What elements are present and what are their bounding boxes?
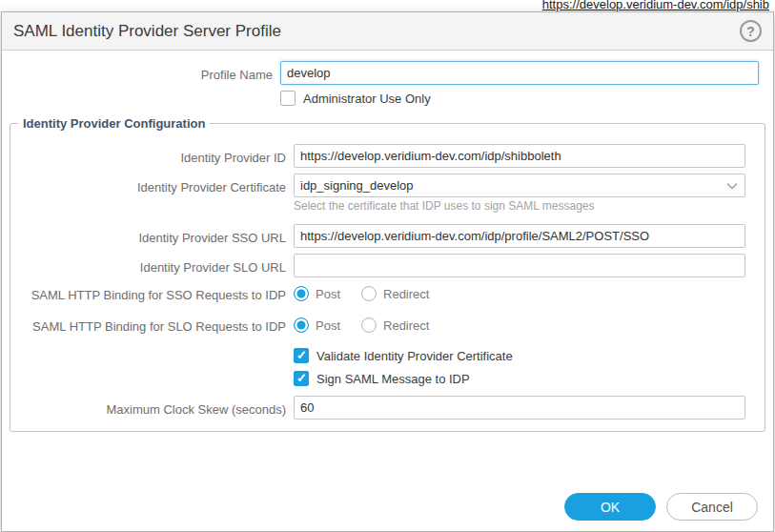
- slo-url-label: Identity Provider SLO URL: [10, 256, 294, 276]
- idp-id-label: Identity Provider ID: [10, 146, 294, 166]
- dialog-title: SAML Identity Provider Server Profile: [13, 22, 740, 41]
- slo-url-input[interactable]: [294, 254, 745, 277]
- idp-configuration-fieldset: Identity Provider Configuration Identity…: [10, 116, 765, 432]
- radio-selected-icon: [294, 317, 309, 333]
- profile-name-input[interactable]: [280, 61, 759, 85]
- admin-only-row: Administrator Use Only: [2, 91, 773, 108]
- validate-cert-label: Validate Identity Provider Certificate: [316, 349, 513, 363]
- idp-cert-row: Identity Provider Certificate idp_signin…: [10, 174, 765, 197]
- profile-name-label: Profile Name: [2, 63, 280, 83]
- help-icon[interactable]: ?: [740, 20, 762, 42]
- idp-cert-value: idp_signing_develop: [300, 178, 414, 193]
- slo-url-row: Identity Provider SLO URL: [10, 254, 765, 277]
- dialog-footer: OK Cancel: [564, 493, 758, 521]
- validate-cert-row: Validate Identity Provider Certificate: [10, 348, 765, 371]
- sso-url-input[interactable]: [294, 224, 745, 248]
- radio-selected-icon: [294, 286, 309, 301]
- sso-binding-row: SAML HTTP Binding for SSO Requests to ID…: [10, 283, 765, 303]
- radio-unselected-icon: [361, 286, 377, 301]
- slo-binding-redirect-option[interactable]: Redirect: [361, 317, 429, 333]
- profile-name-row: Profile Name: [2, 61, 773, 85]
- sign-saml-checkbox[interactable]: [294, 371, 309, 386]
- cancel-button[interactable]: Cancel: [666, 493, 758, 521]
- idp-cert-hint-row: Select the certificate that IDP uses to …: [10, 197, 765, 224]
- sign-saml-label: Sign SAML Message to IDP: [316, 372, 470, 386]
- idp-configuration-legend: Identity Provider Configuration: [18, 116, 210, 131]
- background-link[interactable]: https://develop.veridium-dev.com/idp/shi…: [542, 0, 769, 11]
- idp-cert-hint: Select the certificate that IDP uses to …: [294, 197, 745, 213]
- idp-cert-label: Identity Provider Certificate: [10, 175, 294, 195]
- dialog-body: Profile Name Administrator Use Only Iden…: [2, 51, 773, 531]
- radio-unselected-icon: [361, 317, 377, 333]
- chevron-down-icon: [725, 179, 739, 193]
- sso-binding-redirect-option[interactable]: Redirect: [361, 286, 429, 301]
- ok-button[interactable]: OK: [564, 493, 656, 521]
- admin-only-checkbox[interactable]: [280, 91, 296, 106]
- saml-idp-profile-dialog: SAML Identity Provider Server Profile ? …: [1, 11, 774, 532]
- slo-binding-post-option[interactable]: Post: [294, 317, 340, 333]
- validate-cert-checkbox[interactable]: [294, 348, 309, 363]
- clock-skew-label: Maximum Clock Skew (seconds): [10, 398, 294, 418]
- idp-id-row: Identity Provider ID: [10, 144, 765, 168]
- dialog-header: SAML Identity Provider Server Profile ?: [2, 12, 773, 51]
- sso-url-label: Identity Provider SSO URL: [10, 226, 294, 246]
- sso-binding-label: SAML HTTP Binding for SSO Requests to ID…: [10, 283, 294, 303]
- admin-only-label: Administrator Use Only: [303, 92, 431, 106]
- idp-id-input[interactable]: [294, 144, 745, 168]
- clock-skew-row: Maximum Clock Skew (seconds): [10, 396, 765, 419]
- sso-url-row: Identity Provider SSO URL: [10, 224, 765, 248]
- idp-cert-select[interactable]: idp_signing_develop: [294, 174, 745, 197]
- slo-binding-label: SAML HTTP Binding for SLO Requests to ID…: [10, 315, 294, 335]
- clock-skew-input[interactable]: [294, 396, 745, 419]
- sign-saml-row: Sign SAML Message to IDP: [10, 371, 765, 394]
- sso-binding-post-option[interactable]: Post: [294, 286, 340, 301]
- slo-binding-row: SAML HTTP Binding for SLO Requests to ID…: [10, 315, 765, 335]
